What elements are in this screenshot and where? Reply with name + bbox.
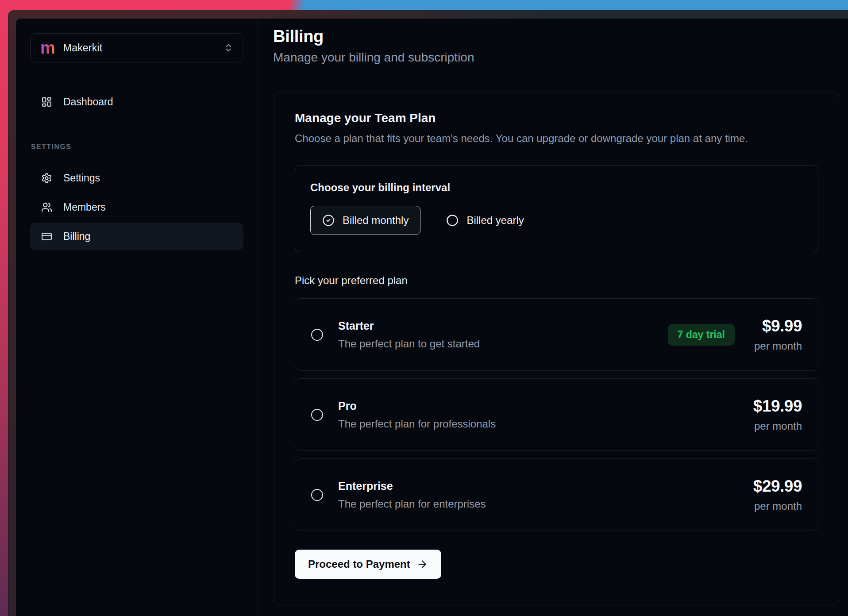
billing-interval-options: Billed monthly Billed yearly: [310, 206, 803, 235]
arrow-right-icon: [416, 558, 428, 570]
price-block: $9.99 per month: [754, 317, 802, 352]
plan-info: Enterprise The perfect plan for enterpri…: [338, 480, 753, 510]
credit-card-icon: [41, 231, 52, 242]
price-block: $19.99 per month: [753, 397, 802, 432]
billed-yearly-option[interactable]: Billed yearly: [446, 214, 524, 227]
billing-interval-box: Choose your billing interval Billed mont…: [295, 165, 818, 253]
sidebar-section-settings: SETTINGS: [30, 143, 243, 151]
trial-badge: 7 day trial: [668, 324, 735, 346]
plan-period: per month: [753, 420, 802, 432]
radio-starter[interactable]: [311, 329, 323, 341]
plan-name: Enterprise: [338, 480, 753, 493]
billed-yearly-label: Billed yearly: [466, 214, 524, 227]
team-plan-card: Manage your Team Plan Choose a plan that…: [274, 92, 839, 605]
pick-plan-label: Pick your preferred plan: [295, 274, 818, 287]
sidebar-item-settings[interactable]: Settings: [30, 164, 243, 192]
sidebar-item-billing[interactable]: Billing: [30, 223, 243, 250]
plan-name: Pro: [338, 400, 753, 412]
plan-period: per month: [753, 500, 802, 512]
plan-row-enterprise[interactable]: Enterprise The perfect plan for enterpri…: [295, 458, 818, 531]
workspace-name: Makerkit: [63, 42, 103, 54]
plan-info: Pro The perfect plan for professionals: [338, 400, 753, 430]
window-titlebar: [260, 10, 848, 19]
sidebar-item-label: Members: [63, 201, 106, 213]
plan-row-pro[interactable]: Pro The perfect plan for professionals $…: [295, 378, 818, 451]
plan-price: $29.99: [753, 477, 802, 496]
team-plan-card-description: Choose a plan that fits your team's need…: [295, 132, 818, 145]
dashboard-icon: [41, 96, 52, 108]
billed-monthly-label: Billed monthly: [343, 214, 409, 227]
circle-check-icon: [322, 214, 335, 227]
sidebar-item-label: Dashboard: [63, 96, 113, 108]
price-block: $29.99 per month: [753, 477, 802, 512]
page-subtitle: Manage your billing and subscription: [273, 50, 830, 65]
team-plan-card-title: Manage your Team Plan: [295, 112, 818, 125]
makerkit-logo: m: [40, 39, 55, 56]
app-window: m Makerkit Dashboard SETTINGS Settings M…: [8, 10, 848, 616]
proceed-to-payment-label: Proceed to Payment: [308, 558, 410, 570]
circle-icon: [446, 214, 459, 227]
plan-description: The perfect plan for professionals: [338, 418, 753, 430]
radio-pro[interactable]: [311, 409, 323, 421]
plan-price: $19.99: [753, 397, 802, 416]
sidebar-item-label: Billing: [63, 231, 90, 243]
workspace-selector[interactable]: m Makerkit: [30, 33, 243, 62]
page-title: Billing: [273, 27, 830, 46]
plan-description: The perfect plan to get started: [338, 338, 668, 350]
app-content: m Makerkit Dashboard SETTINGS Settings M…: [16, 19, 848, 616]
plan-info: Starter The perfect plan to get started: [338, 320, 668, 350]
plan-price: $9.99: [754, 317, 802, 335]
billed-monthly-option[interactable]: Billed monthly: [310, 206, 420, 235]
chevrons-up-down-icon: [224, 43, 233, 53]
main-content: Billing Manage your billing and subscrip…: [258, 19, 848, 616]
plan-name: Starter: [338, 320, 668, 332]
sidebar-item-label: Settings: [63, 172, 100, 184]
sidebar-item-dashboard[interactable]: Dashboard: [30, 88, 243, 116]
plan-row-starter[interactable]: Starter The perfect plan to get started …: [295, 298, 818, 371]
plan-period: per month: [754, 340, 802, 352]
plan-list: Starter The perfect plan to get started …: [295, 298, 818, 531]
plan-description: The perfect plan for enterprises: [338, 498, 753, 510]
sidebar: m Makerkit Dashboard SETTINGS Settings M…: [16, 19, 258, 616]
radio-enterprise[interactable]: [311, 489, 323, 501]
users-icon: [41, 202, 52, 213]
proceed-to-payment-button[interactable]: Proceed to Payment: [295, 550, 441, 579]
gear-icon: [41, 173, 52, 184]
page-header: Billing Manage your billing and subscrip…: [258, 19, 848, 78]
billing-interval-label: Choose your billing interval: [310, 181, 803, 194]
sidebar-item-members[interactable]: Members: [30, 193, 243, 221]
